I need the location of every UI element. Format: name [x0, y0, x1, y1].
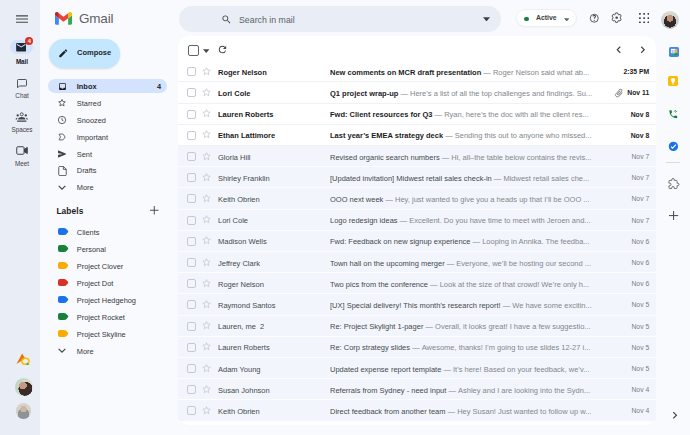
svg-text:31: 31: [671, 50, 675, 54]
